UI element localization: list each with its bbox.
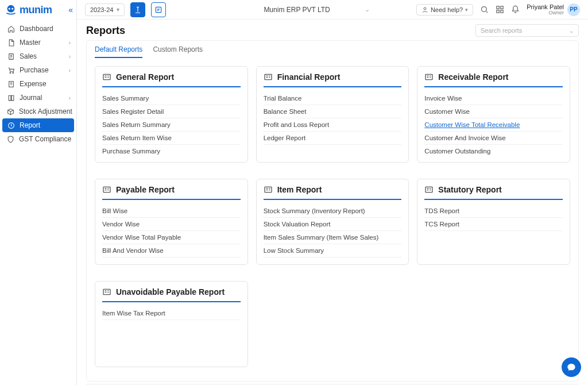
card-title: Payable Report <box>116 185 175 194</box>
report-link[interactable]: Ledger Report <box>264 132 402 145</box>
report-link[interactable]: Stock Summary (Inventory Report) <box>264 205 402 218</box>
chevron-down-icon: ▾ <box>117 6 119 13</box>
avatar: PP <box>567 3 580 16</box>
grid-icon[interactable] <box>496 5 504 14</box>
svg-point-1 <box>9 8 10 10</box>
report-link[interactable]: TCS Report <box>424 218 563 231</box>
svg-point-9 <box>424 7 426 10</box>
card-title: Financial Report <box>277 72 341 82</box>
brand-logo: munim « <box>0 0 76 18</box>
company-name: Munim ERP PVT LTD <box>264 6 330 14</box>
svg-rect-12 <box>501 6 503 9</box>
svg-point-5 <box>12 72 13 74</box>
tabs: Default ReportsCustom Reports <box>87 41 578 58</box>
report-link[interactable]: Vendor Wise Total Payable <box>102 231 241 244</box>
sidebar-item-label: Dashboard <box>20 25 53 33</box>
chevron-right-icon: › <box>69 67 71 74</box>
user-menu[interactable]: Priyank Patel Owner PP <box>527 3 580 16</box>
quick-action-button-2[interactable] <box>151 2 166 17</box>
sidebar-item-dashboard[interactable]: Dashboard <box>0 22 76 36</box>
card-list: Item Wise Tax Report <box>102 307 241 360</box>
sidebar-item-sales[interactable]: Sales › <box>0 49 76 63</box>
svg-point-4 <box>10 72 11 74</box>
chat-fab[interactable] <box>562 357 581 377</box>
report-cards-row-1: General ReportSales SummarySales Registe… <box>87 58 578 171</box>
sidebar-item-label: GST Compliance <box>19 135 71 143</box>
sidebar-item-stock-adjustment[interactable]: Stock Adjustment <box>0 105 76 118</box>
quick-action-button-1[interactable] <box>130 2 145 17</box>
book-icon <box>7 94 15 102</box>
report-link[interactable]: TDS Report <box>424 205 563 218</box>
search-placeholder: Search reports <box>481 27 522 34</box>
search-icon[interactable] <box>480 5 489 14</box>
report-link[interactable]: Vendor Wise <box>102 218 241 231</box>
report-icon <box>264 185 273 194</box>
report-link[interactable]: Item Sales Summary (Item Wise Sales) <box>264 231 402 244</box>
svg-rect-11 <box>497 6 499 9</box>
svg-rect-20 <box>425 187 432 192</box>
report-link[interactable]: Sales Summary <box>102 92 241 105</box>
sidebar-item-gst-compliance[interactable]: GST Compliance <box>0 132 76 146</box>
svg-rect-15 <box>103 74 110 79</box>
chevron-down-icon: ⌄ <box>569 28 574 34</box>
doc-icon <box>7 52 15 60</box>
report-link[interactable]: Customer And Invoice Wise <box>424 132 563 145</box>
sidebar-item-journal[interactable]: Journal › <box>0 91 76 105</box>
report-link[interactable]: Customer Outstanding <box>424 145 563 155</box>
card-title: Receivable Report <box>438 72 508 82</box>
svg-rect-16 <box>265 74 272 79</box>
bell-icon[interactable] <box>511 5 520 14</box>
report-link[interactable]: Customer Wise <box>424 105 563 118</box>
year-value: 2023-24 <box>90 6 113 13</box>
report-link[interactable]: Item Wise Tax Report <box>102 307 241 320</box>
search-reports-input[interactable]: Search reports ⌄ <box>475 24 579 37</box>
card-title: Unavoidable Payable Report <box>116 287 225 297</box>
report-link[interactable]: Profit and Loss Report <box>264 118 402 132</box>
report-card-receivable-report: Receivable ReportInvoice WiseCustomer Wi… <box>417 66 570 163</box>
report-link[interactable]: Customer Wise Total Receivable <box>424 118 563 132</box>
report-link[interactable]: Bill Wise <box>102 205 241 218</box>
receipt-icon <box>7 80 15 88</box>
report-icon <box>102 287 111 297</box>
sidebar-item-purchase[interactable]: Purchase › <box>0 63 76 77</box>
report-link[interactable]: Bill And Vendor Wise <box>102 244 241 257</box>
report-link[interactable]: Sales Return Item Wise <box>102 132 241 145</box>
sidebar-item-report[interactable]: Report <box>2 118 74 132</box>
report-icon <box>102 185 111 194</box>
help-button[interactable]: Need help? ▾ <box>416 4 473 16</box>
report-link[interactable]: Sales Register Detail <box>102 105 241 118</box>
user-name: Priyank Patel <box>527 3 564 10</box>
sidebar-collapse-icon[interactable]: « <box>68 5 73 14</box>
company-select[interactable]: Munim ERP PVT LTD ⌄ <box>264 6 369 14</box>
year-select[interactable]: 2023-24 ▾ <box>85 3 125 16</box>
report-link[interactable]: Stock Valuation Report <box>264 218 402 231</box>
box-icon <box>7 107 14 116</box>
card-title: General Report <box>116 72 174 82</box>
tab-custom-reports[interactable]: Custom Reports <box>153 45 203 58</box>
chevron-right-icon: › <box>69 53 71 60</box>
chevron-right-icon: › <box>69 40 71 46</box>
report-link[interactable]: Purchase Summary <box>102 145 241 155</box>
shield-icon <box>7 135 14 143</box>
report-link[interactable]: Balance Sheet <box>264 105 402 118</box>
svg-rect-21 <box>103 289 110 294</box>
clock-icon <box>7 121 15 129</box>
svg-rect-17 <box>425 74 432 79</box>
report-link[interactable]: Trial Balance <box>264 92 402 105</box>
page-title: Reports <box>86 25 125 37</box>
report-card-unavoidable-payable-report: Unavoidable Payable ReportItem Wise Tax … <box>95 281 248 367</box>
sidebar-item-master[interactable]: Master › <box>0 36 76 49</box>
report-card-payable-report: Payable ReportBill WiseVendor WiseVendor… <box>95 179 248 265</box>
tab-default-reports[interactable]: Default Reports <box>95 45 142 58</box>
sidebar-item-expense[interactable]: Expense <box>0 77 76 91</box>
card-list: Trial BalanceBalance SheetProfit and Los… <box>264 92 402 155</box>
sidebar-nav: Dashboard Master › Sales › Purchase › Ex… <box>0 18 76 149</box>
svg-rect-18 <box>103 187 110 192</box>
report-link[interactable]: Sales Return Summary <box>102 118 241 132</box>
sidebar-item-label: Journal <box>20 94 42 102</box>
brand-name: munim <box>20 4 52 16</box>
report-link[interactable]: Low Stock Summary <box>264 244 402 257</box>
report-icon <box>102 72 111 82</box>
reports-panel: Default ReportsCustom Reports General Re… <box>86 40 579 382</box>
report-link[interactable]: Invoice Wise <box>424 92 563 105</box>
